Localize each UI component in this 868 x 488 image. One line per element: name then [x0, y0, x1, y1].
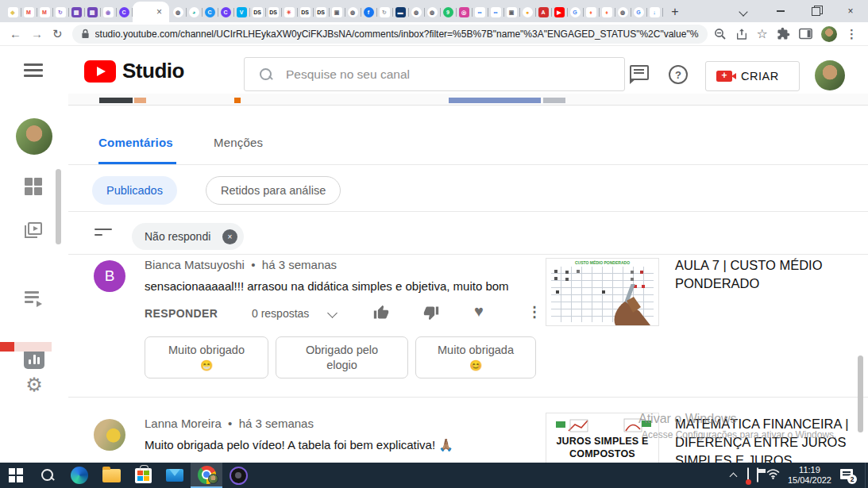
browser-tab-google[interactable]: G: [567, 2, 583, 22]
commenter-avatar[interactable]: B: [94, 260, 125, 292]
browser-tab-acrobat[interactable]: A: [535, 2, 551, 22]
filter-icon[interactable]: [95, 227, 112, 238]
taskbar-clock[interactable]: 11:19 15/04/2022: [788, 465, 831, 486]
taskbar-file-explorer[interactable]: [95, 463, 127, 488]
smart-reply-3[interactable]: Muito obrigada 😊: [415, 336, 536, 378]
account-avatar[interactable]: [815, 60, 845, 90]
commenter-name[interactable]: Bianca Matsuyoshi: [145, 258, 245, 271]
browser-tab-meta[interactable]: ∞: [488, 2, 503, 22]
wifi-icon[interactable]: [766, 468, 780, 482]
heart-icon[interactable]: ♥: [474, 302, 484, 321]
search-input[interactable]: [286, 67, 624, 82]
browser-tab-navy-banner[interactable]: ▬: [392, 2, 408, 22]
browser-tab-google[interactable]: G: [631, 2, 646, 22]
show-desktop-strip[interactable]: [865, 463, 868, 488]
window-close-button[interactable]: ×: [833, 0, 868, 22]
browser-tab-flame-active[interactable]: ♦: [599, 2, 615, 22]
browser-tab-gallery[interactable]: ▣: [503, 2, 519, 22]
sidebar-item-content[interactable]: [25, 221, 44, 240]
browser-tab-ds[interactable]: DS: [297, 2, 313, 22]
browser-tab-facebook[interactable]: f: [361, 2, 376, 22]
dislike-icon[interactable]: [423, 305, 439, 321]
chip-publicados[interactable]: Publicados: [92, 176, 177, 205]
smart-reply-1[interactable]: Muito obrigado 😁: [145, 336, 268, 378]
chip-retidos[interactable]: Retidos para análise: [206, 176, 341, 205]
address-bar[interactable]: studio.youtube.com/channel/UCIrRLHEykaXW…: [72, 25, 708, 44]
browser-tab-gallery[interactable]: ▣: [329, 2, 345, 22]
window-restore-button[interactable]: [798, 0, 833, 22]
sidebar-item-playlists[interactable]: [25, 290, 44, 309]
tab-comentarios[interactable]: Comentários: [98, 136, 173, 149]
youtube-studio-logo[interactable]: Studio: [84, 59, 184, 83]
video-title-2[interactable]: MATEMÁTICA FINANCEIRA | DIFERENÇA ENTRE …: [675, 415, 866, 463]
smart-reply-2[interactable]: Obrigado pelo elogio: [276, 336, 408, 378]
browser-tab-globe[interactable]: ◍: [408, 2, 424, 22]
comment-menu-kebab-icon[interactable]: ⋮: [527, 303, 542, 321]
back-button[interactable]: ←: [10, 28, 21, 40]
feedback-icon[interactable]: [630, 65, 649, 80]
browser-tab-globe[interactable]: ◍: [424, 2, 440, 22]
share-icon[interactable]: [735, 28, 748, 40]
page-scrollbar[interactable]: [858, 355, 863, 432]
tab-mencoes[interactable]: Menções: [214, 136, 263, 149]
channel-search-box[interactable]: [244, 57, 625, 91]
browser-tab-green-badge[interactable]: 9: [440, 2, 456, 22]
browser-tab-flame[interactable]: ♦: [583, 2, 599, 22]
browser-tab-google-photos[interactable]: ✳: [281, 2, 297, 22]
forward-button[interactable]: →: [31, 28, 43, 40]
tab-search-chevron-icon[interactable]: [738, 6, 749, 17]
create-button[interactable]: CRIAR: [705, 61, 800, 91]
like-icon[interactable]: [373, 305, 389, 321]
screen-share-icon[interactable]: [747, 468, 749, 482]
browser-tab-ds[interactable]: DS: [249, 2, 265, 22]
browser-tab-contacts-purple[interactable]: ◉: [100, 2, 116, 22]
hamburger-menu-icon[interactable]: [24, 63, 43, 77]
browser-tab-globe[interactable]: ◍: [170, 2, 186, 22]
tray-expand-chevron-icon[interactable]: [730, 471, 738, 479]
taskbar-chrome-active[interactable]: [191, 463, 222, 488]
browser-tab-c-blue[interactable]: C: [202, 2, 218, 22]
reply-button[interactable]: RESPONDER: [145, 307, 218, 320]
battery-icon[interactable]: [757, 468, 758, 482]
browser-tab-forms-purple[interactable]: ▤: [68, 2, 84, 22]
zoom-icon[interactable]: [714, 28, 727, 40]
browser-tab-globe[interactable]: ◍: [345, 2, 361, 22]
sidebar-item-settings[interactable]: ⚙: [25, 375, 44, 394]
side-panel-icon[interactable]: [799, 28, 812, 40]
taskbar-store[interactable]: [127, 463, 159, 488]
browser-tab-ds[interactable]: DS: [313, 2, 329, 22]
browser-tab-globe[interactable]: ◍: [615, 2, 631, 22]
browser-tab-refresh-purple[interactable]: ↻: [52, 2, 68, 22]
browser-profile-avatar[interactable]: [821, 26, 837, 42]
video-thumbnail-1[interactable]: CUSTO MÉDIO PONDERADO: [546, 258, 659, 326]
browser-tab-docs-yellow[interactable]: ◆: [5, 2, 21, 22]
taskbar-edge[interactable]: [64, 463, 95, 488]
browser-tab-download[interactable]: ↓: [646, 2, 662, 22]
browser-tab-c-purple[interactable]: C: [116, 2, 132, 22]
browser-tab-meta[interactable]: ∞: [472, 2, 488, 22]
browser-tab-forms-purple[interactable]: ▤: [84, 2, 100, 22]
browser-tab-gmail[interactable]: M: [37, 2, 52, 22]
help-icon[interactable]: ?: [669, 65, 688, 84]
video-title-1[interactable]: AULA 7 | CUSTO MÉDIO PONDERADO: [675, 256, 866, 293]
bookmark-star-icon[interactable]: ☆: [757, 28, 768, 40]
browser-tab-active-youtube-studio[interactable]: ×: [133, 2, 169, 22]
channel-avatar[interactable]: [16, 118, 52, 155]
start-button[interactable]: [0, 463, 32, 488]
browser-tab-teal-circle[interactable]: ◕: [186, 2, 202, 22]
sidebar-scrollbar[interactable]: [56, 169, 61, 244]
browser-tab-gmail[interactable]: M: [21, 2, 37, 22]
taskbar-mail[interactable]: [159, 463, 191, 488]
taskbar-lens-app[interactable]: [222, 463, 254, 488]
commenter-name[interactable]: Lanna Moreira: [145, 417, 222, 430]
extensions-puzzle-icon[interactable]: [777, 27, 790, 40]
reload-button[interactable]: ↻: [52, 28, 63, 40]
commenter-avatar[interactable]: [94, 419, 125, 451]
video-thumbnail-2[interactable]: JUROS SIMPLES E COMPOSTOS: [546, 413, 659, 463]
filter-chip-close-icon[interactable]: ×: [222, 229, 237, 244]
browser-tab-youtube[interactable]: ▶: [551, 2, 567, 22]
browser-tab-orange-circle[interactable]: ●: [519, 2, 535, 22]
chevron-down-icon[interactable]: [327, 308, 338, 318]
action-center-button[interactable]: 2: [839, 468, 855, 482]
browser-tab-vimeo[interactable]: V: [233, 2, 249, 22]
